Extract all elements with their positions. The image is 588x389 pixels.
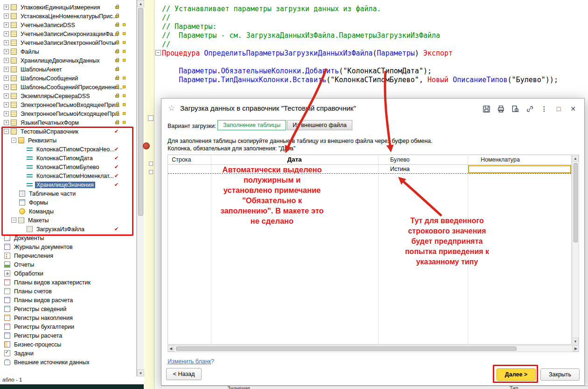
- expand-toggle-icon[interactable]: +: [4, 93, 9, 99]
- tree-item-label[interactable]: ЭлектронноеПисьмоИсходящееПр...: [19, 111, 121, 117]
- scroll-up-icon[interactable]: ▲: [572, 155, 579, 162]
- tree-item[interactable]: Регистры расчета: [0, 331, 136, 340]
- tree-item-label[interactable]: УчетныеЗаписиDSS: [19, 22, 77, 28]
- column-header-boolean[interactable]: Булево: [378, 155, 468, 164]
- tree-item[interactable]: +ЭкземплярыСервераDSS: [0, 92, 136, 100]
- tree-item-label[interactable]: УчетныеЗаписиЭлектроннойПочты: [19, 40, 117, 46]
- tree-item-label[interactable]: Планы видов расчета: [13, 297, 74, 304]
- tree-item-label[interactable]: Бизнес-процессы: [13, 341, 63, 348]
- more-icon[interactable]: ⋮: [539, 104, 549, 113]
- tree-item-label[interactable]: Регистры накопления: [13, 315, 74, 321]
- cell-boolean[interactable]: Истина: [378, 165, 468, 174]
- data-table[interactable]: Строка Дата Булево Номенклатура Истина: [168, 155, 572, 345]
- tree-item-label[interactable]: Перечисления: [13, 253, 55, 259]
- scroll-left-icon[interactable]: ◀: [168, 345, 174, 352]
- tree-item[interactable]: +ЯзыкиПечатныхФорм: [0, 118, 136, 127]
- link-icon[interactable]: [525, 104, 534, 113]
- tree-item[interactable]: Журналы документов: [0, 242, 136, 251]
- tree-item-label[interactable]: ШаблоныСообщений: [19, 75, 79, 82]
- favorite-star-icon[interactable]: ☆: [168, 103, 175, 113]
- fold-toggle-icon[interactable]: −: [155, 50, 161, 56]
- tree-item-label[interactable]: Файлы: [19, 49, 41, 55]
- expand-toggle-icon[interactable]: +: [4, 58, 9, 63]
- column-header-string[interactable]: Строка: [168, 155, 211, 164]
- save-icon[interactable]: [482, 104, 491, 113]
- tree-item[interactable]: Отчеты: [0, 260, 136, 269]
- scroll-up-icon[interactable]: ▲: [137, 0, 144, 7]
- tree-item[interactable]: +УстановкаЦенНоменклатурыПрис...: [0, 12, 136, 21]
- selected-cell[interactable]: [468, 165, 571, 173]
- tree-item-label[interactable]: ШаблоныАнкет: [19, 66, 63, 73]
- tree-item-label[interactable]: УстановкаЦенНоменклатурыПрис...: [19, 13, 119, 20]
- tree-item-label[interactable]: Регистры бухгалтерии: [13, 324, 76, 330]
- tree-item[interactable]: +УчетныеЗаписиСинхронизацииФа...: [0, 29, 136, 38]
- tree-item[interactable]: Регистры сведений: [0, 304, 136, 313]
- tree-scrollbar-thumb[interactable]: [138, 8, 143, 216]
- tree-item-label[interactable]: УпаковкиЕдиницыИзмерения: [19, 4, 101, 11]
- expand-toggle-icon[interactable]: +: [4, 40, 9, 45]
- tree-item[interactable]: Регистры бухгалтерии: [0, 322, 136, 331]
- tree-item-label[interactable]: ХранилищеДвоичныхДанных: [19, 57, 101, 64]
- tree-item-label[interactable]: УчетныеЗаписиСинхронизацииФа...: [19, 31, 119, 37]
- column-header-nomenclature[interactable]: Номенклатура: [468, 155, 572, 164]
- back-button[interactable]: < Назад: [166, 368, 202, 380]
- table-hscroll-thumb[interactable]: [176, 347, 517, 351]
- tree-item[interactable]: Планы видов расчета: [0, 296, 136, 304]
- maximize-icon[interactable]: □: [554, 104, 563, 113]
- tree-item-label[interactable]: ЭлектронноеПисьмоВходящееПри...: [19, 102, 121, 108]
- expand-toggle-icon[interactable]: +: [4, 14, 9, 19]
- expand-toggle-icon[interactable]: +: [4, 49, 9, 54]
- expand-toggle-icon[interactable]: +: [4, 120, 9, 125]
- close-button[interactable]: Закрыть: [540, 368, 580, 381]
- scroll-down-icon[interactable]: ▼: [137, 369, 144, 376]
- expand-toggle-icon[interactable]: +: [4, 5, 9, 10]
- column-header-date[interactable]: Дата: [211, 155, 378, 164]
- tree-item[interactable]: +ЭлектронноеПисьмоВходящееПри...: [0, 100, 136, 109]
- help-link[interactable]: ?: [211, 358, 214, 365]
- tree-item[interactable]: Перечисления: [0, 251, 136, 260]
- tree-item-label[interactable]: ЯзыкиПечатныхФорм: [19, 120, 80, 126]
- tree-item-label[interactable]: Регистры сведений: [13, 306, 68, 312]
- tree-item-label[interactable]: Обработки: [13, 270, 45, 277]
- tree-item-label[interactable]: Регистры расчета: [13, 332, 63, 339]
- expand-toggle-icon[interactable]: +: [4, 31, 9, 36]
- tree-item-label[interactable]: ЭкземплярыСервераDSS: [19, 93, 91, 99]
- tree-item[interactable]: +ШаблоныСообщений: [0, 74, 136, 83]
- tree-item-label[interactable]: Журналы документов: [13, 244, 74, 250]
- expand-toggle-icon[interactable]: +: [4, 102, 9, 107]
- expand-toggle-icon[interactable]: +: [4, 85, 9, 90]
- tree-item[interactable]: +ШаблоныАнкет: [0, 65, 136, 74]
- expand-toggle-icon[interactable]: +: [4, 67, 9, 72]
- tree-item[interactable]: Внешние источники данных: [0, 358, 136, 367]
- tab-external-file[interactable]: Из внешнего файла: [287, 120, 352, 130]
- tree-item[interactable]: Бизнес-процессы: [0, 340, 136, 349]
- tree-item-label[interactable]: Планы счетов: [13, 288, 53, 295]
- tree-item[interactable]: +ШаблоныСообщенийПрисоединенн...: [0, 83, 136, 92]
- change-form-link[interactable]: Изменить бланк: [168, 358, 211, 365]
- tree-item[interactable]: Планы счетов: [0, 287, 136, 296]
- tree-item[interactable]: +Файлы: [0, 47, 136, 56]
- close-icon[interactable]: ✕: [568, 104, 578, 113]
- tree-item-label[interactable]: Планы видов характеристик: [13, 279, 92, 286]
- scroll-right-icon[interactable]: ▶: [573, 345, 579, 352]
- table-horizontal-scrollbar[interactable]: ◀ ▶: [168, 345, 579, 352]
- tree-item[interactable]: Обработки: [0, 269, 136, 278]
- tree-item[interactable]: +УпаковкиЕдиницыИзмерения: [0, 3, 136, 12]
- expand-toggle-icon[interactable]: +: [4, 22, 9, 28]
- expand-toggle-icon[interactable]: +: [4, 76, 9, 81]
- tree-item[interactable]: +УчетныеЗаписиЭлектроннойПочты: [0, 38, 136, 47]
- scroll-down-icon[interactable]: ▼: [572, 338, 579, 345]
- find-icon[interactable]: [511, 104, 520, 113]
- tree-item[interactable]: Регистры накопления: [0, 313, 136, 322]
- tree-item[interactable]: Задачи: [0, 349, 136, 358]
- expand-toggle-icon[interactable]: +: [4, 111, 9, 116]
- tablo-tab[interactable]: абло - 1: [2, 377, 22, 382]
- tree-scrollbar[interactable]: ▲ ▼: [137, 0, 144, 376]
- tree-item-label[interactable]: Задачи: [13, 350, 35, 357]
- tree-item[interactable]: +УчетныеЗаписиDSS: [0, 21, 136, 29]
- tree-item[interactable]: Планы видов характеристик: [0, 278, 136, 287]
- tree-item-label[interactable]: Внешние источники данных: [13, 359, 91, 366]
- table-vertical-scrollbar[interactable]: ▲ ▼: [572, 155, 579, 345]
- tree-item[interactable]: +ЭлектронноеПисьмоИсходящееПр...: [0, 109, 136, 118]
- tree-item-label[interactable]: Отчеты: [13, 262, 35, 268]
